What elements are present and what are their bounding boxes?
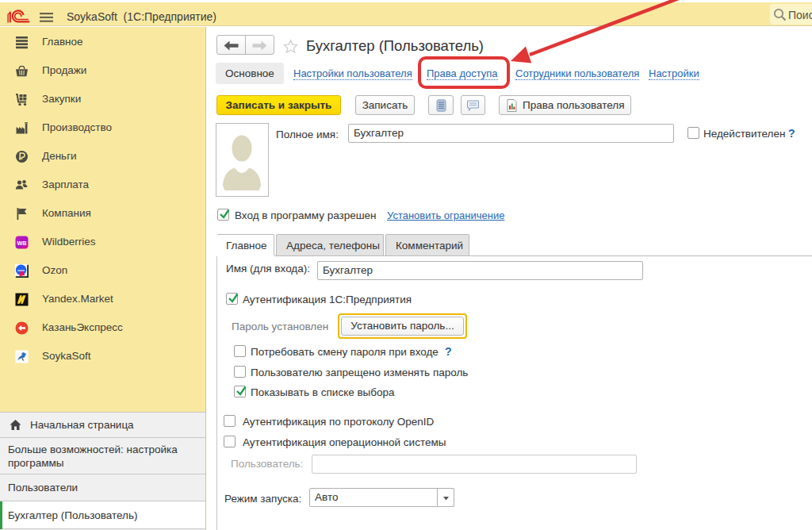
svg-text:ozon: ozon (17, 269, 24, 272)
svg-text:WB: WB (17, 240, 27, 247)
